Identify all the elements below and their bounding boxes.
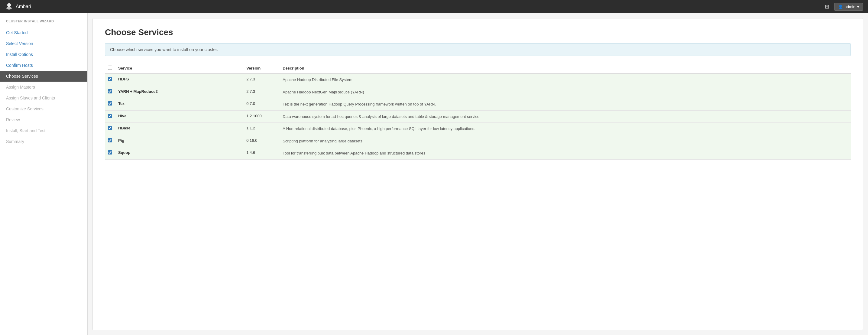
table-row: Sqoop 1.4.6 Tool for transferring bulk d… [105,147,851,160]
service-name: Hive [115,110,243,123]
col-service: Service [115,63,243,73]
service-checkbox-hbase[interactable] [108,126,112,130]
service-checkbox-cell[interactable] [105,135,115,147]
service-version: 1.2.1000 [243,110,280,123]
sidebar-item-assign-masters: Assign Masters [0,82,87,93]
service-version: 0.7.0 [243,98,280,111]
navbar: Ambari ⊞ 👤 admin ▾ [0,0,868,13]
header-checkbox-col [105,63,115,73]
service-description: A Non-relational distributed database, p… [280,123,851,135]
service-checkbox-yarn[interactable] [108,89,112,93]
service-version: 1.4.6 [243,147,280,160]
sidebar-item-review: Review [0,114,87,125]
table-row: Pig 0.16.0 Scripting platform for analyz… [105,135,851,147]
svg-point-0 [7,3,11,7]
service-name: HDFS [115,73,243,86]
user-icon: 👤 [838,4,843,9]
ambari-logo-icon [5,2,13,11]
info-banner: Choose which services you want to instal… [105,43,851,56]
service-checkbox-cell[interactable] [105,110,115,123]
table-row: YARN + MapReduce2 2.7.3 Apache Hadoop Ne… [105,86,851,98]
table-row: HBase 1.1.2 A Non-relational distributed… [105,123,851,135]
service-version: 2.7.3 [243,86,280,98]
table-row: HDFS 2.7.3 Apache Hadoop Distributed Fil… [105,73,851,86]
table-row: Hive 1.2.1000 Data warehouse system for … [105,110,851,123]
sidebar-item-select-version[interactable]: Select Version [0,38,87,49]
grid-icon[interactable]: ⊞ [825,3,829,10]
sidebar-item-customize-services: Customize Services [0,103,87,114]
table-row: Tez 0.7.0 Tez is the next generation Had… [105,98,851,111]
service-version: 2.7.3 [243,73,280,86]
services-table: Service Version Description HDFS 2.7.3 A… [105,63,851,160]
service-name: Tez [115,98,243,111]
service-checkbox-cell[interactable] [105,73,115,86]
navbar-brand: Ambari [5,2,31,11]
sidebar-item-install-start-test: Install, Start and Test [0,125,87,136]
service-name: YARN + MapReduce2 [115,86,243,98]
service-description: Tez is the next generation Hadoop Query … [280,98,851,111]
service-checkbox-tez[interactable] [108,101,112,105]
main-layout: CLUSTER INSTALL WIZARD Get Started Selec… [0,13,868,335]
service-checkbox-cell[interactable] [105,86,115,98]
service-checkbox-cell[interactable] [105,123,115,135]
sidebar-item-summary: Summary [0,136,87,147]
service-name: Pig [115,135,243,147]
svg-point-1 [6,7,12,10]
sidebar-item-choose-services[interactable]: Choose Services [0,71,87,82]
service-name: Sqoop [115,147,243,160]
service-version: 1.1.2 [243,123,280,135]
caret-icon: ▾ [857,4,859,9]
user-label: admin [845,4,855,9]
service-description: Tool for transferring bulk data between … [280,147,851,160]
service-checkbox-pig[interactable] [108,138,112,143]
navbar-right: ⊞ 👤 admin ▾ [825,3,863,10]
service-description: Apache Hadoop NextGen MapReduce (YARN) [280,86,851,98]
app-name: Ambari [16,4,31,9]
sidebar-item-assign-slaves: Assign Slaves and Clients [0,93,87,103]
user-menu-button[interactable]: 👤 admin ▾ [834,3,863,10]
service-checkbox-cell[interactable] [105,147,115,160]
content-area: Choose Services Choose which services yo… [92,18,863,330]
col-description: Description [280,63,851,73]
service-checkbox-hdfs[interactable] [108,77,112,81]
sidebar-item-confirm-hosts[interactable]: Confirm Hosts [0,60,87,71]
service-checkbox-sqoop[interactable] [108,150,112,154]
service-description: Apache Hadoop Distributed File System [280,73,851,86]
sidebar-section-title: CLUSTER INSTALL WIZARD [0,19,87,27]
sidebar-item-get-started[interactable]: Get Started [0,27,87,38]
col-version: Version [243,63,280,73]
page-title: Choose Services [105,28,851,37]
service-description: Data warehouse system for ad-hoc queries… [280,110,851,123]
service-version: 0.16.0 [243,135,280,147]
service-checkbox-cell[interactable] [105,98,115,111]
sidebar: CLUSTER INSTALL WIZARD Get Started Selec… [0,13,88,335]
service-checkbox-hive[interactable] [108,114,112,118]
service-name: HBase [115,123,243,135]
service-description: Scripting platform for analyzing large d… [280,135,851,147]
sidebar-item-install-options[interactable]: Install Options [0,49,87,60]
select-all-checkbox[interactable] [108,66,112,70]
